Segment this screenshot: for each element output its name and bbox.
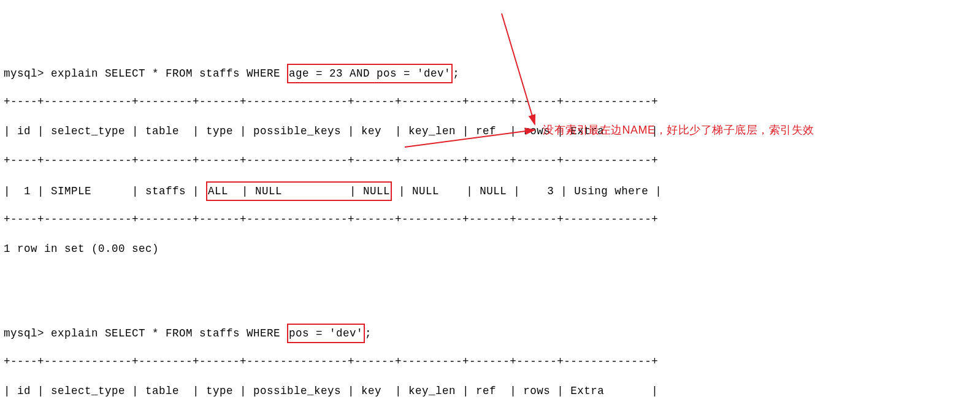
table2-divider-top: +----+-------------+--------+------+----… — [4, 353, 976, 370]
query1-line: mysql> explain SELECT * FROM staffs WHER… — [4, 64, 976, 81]
table1-header: | id | select_type | table | type | poss… — [4, 123, 976, 140]
highlight-plan-1: ALL | NULL | NULL — [206, 181, 392, 201]
table1-row: | 1 | SIMPLE | staffs | ALL | NULL | NUL… — [4, 181, 976, 199]
query2-line: mysql> explain SELECT * FROM staffs WHER… — [4, 324, 976, 341]
annotation-text: 没有索引最左边NAME，好比少了梯子底层，索引失效 — [543, 123, 814, 137]
highlight-where-clause-1: age = 23 AND pos = 'dev' — [287, 64, 453, 83]
arrow-from-query1 — [0, 0, 980, 402]
table1-divider-mid: +----+-------------+--------+------+----… — [4, 152, 976, 169]
table1-divider-top: +----+-------------+--------+------+----… — [4, 93, 976, 110]
highlight-where-clause-2: pos = 'dev' — [287, 324, 365, 343]
table1-footer: 1 row in set (0.00 sec) — [4, 240, 976, 257]
table2-header: | id | select_type | table | type | poss… — [4, 382, 976, 400]
table1-divider-bot: +----+-------------+--------+------+----… — [4, 211, 976, 228]
